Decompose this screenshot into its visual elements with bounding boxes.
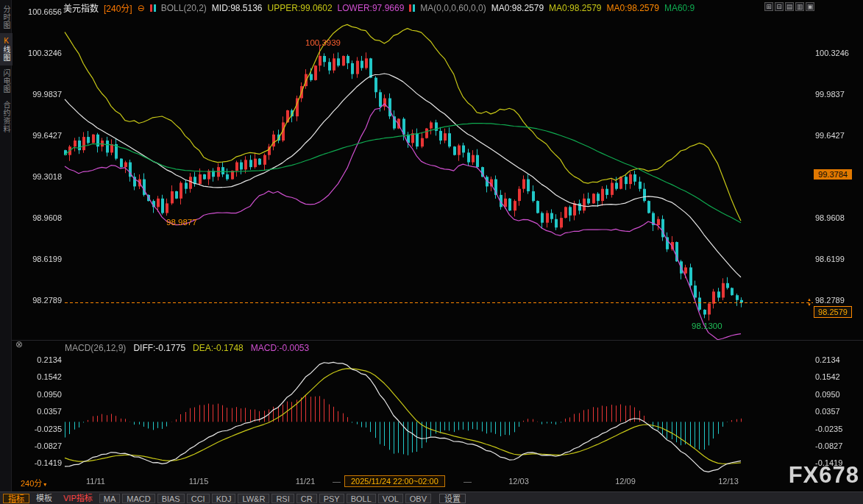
candles-icon [150,4,156,12]
boll-upper-value: UPPER:99.0602 [268,3,333,13]
price-axis-label-right: 100.3246 [815,48,862,58]
macd-axis-label-right: 0.2134 [815,355,862,365]
date-label: 12/03 [498,477,539,486]
sidebar-tab-lightning-chart[interactable]: 闪电图 [0,65,13,97]
boll-mid-value: MID:98.5136 [212,3,263,13]
price-axis-label-right: 99.9837 [815,89,862,99]
window-layout-icons: ⊞⊟▤▥▣ [764,2,814,11]
low-price-annotation-1: 98.9877 [166,218,197,227]
dropdown-arrow-icon: ▾ [43,481,46,488]
indicator-tab-cr[interactable]: CR [296,494,317,503]
settings-button[interactable]: 设置 [439,494,466,503]
macd-header: MACD(26,12,9) DIFF:-0.1775 DEA:-0.1748 M… [65,343,309,353]
range-dash-left: — [333,477,341,486]
indicator-tab-bias[interactable]: BIAS [157,494,185,503]
indicator-tab-ma[interactable]: MA [99,494,121,503]
minus-circle-icon[interactable]: ⊖ [138,3,145,13]
boll-lower-value: LOWER:97.9669 [338,3,405,13]
date-label: 12/13 [708,477,749,486]
upper-band-price-badge: 99.3784 [814,169,852,180]
boll-params-label: BOLL(20,2) [161,3,207,13]
interval-selector[interactable]: 240分▾ [21,477,46,489]
sidebar-tab-time-chart[interactable]: 分时图 [0,1,13,33]
macd-axis-label-right: -0.0827 [815,441,862,451]
price-axis-label-right: 99.6427 [815,130,862,141]
peak-price-annotation: 100.3939 [296,38,350,47]
time-axis: 240分▾ — 2025/11/24 22:00~02:00 — 11/1111… [12,475,863,490]
interval-selector-label: 240分 [21,479,42,488]
ma2-value: MA0:98.2579 [549,3,601,13]
date-label: 12/09 [605,477,646,486]
sidebar-tab-contract-info[interactable]: 合约资料 [0,97,13,137]
ma1-value: MA0:98.2579 [491,3,544,13]
macd-axis-label-right: 0.1542 [815,372,862,382]
symbol-title: 美元指数 [63,1,99,14]
macd-params-label: MACD(26,12,9) [65,343,126,353]
date-label: 11/11 [75,477,116,486]
macd-axis-label-right: -0.1419 [815,458,862,468]
ma-params-label: MA(0,0,0,60,0,0) [420,3,486,13]
low-price-annotation-2: 98.1300 [692,322,722,330]
price-down-arrow-icon: ▼ [807,302,811,307]
indicator-tab-vol[interactable]: VOL [378,494,403,503]
toolbar-tab-vip-indicators[interactable]: VIP指标 [59,494,97,503]
interval-tag[interactable]: [240分] [104,1,132,14]
ma60-value: MA60:9 [664,3,695,13]
toolbar-tab-templates[interactable]: 模板 [32,494,57,503]
list-layout-icon[interactable]: ▤ [785,2,794,11]
price-axis-label-right: 98.9608 [815,213,862,223]
macd-collapse-icon[interactable]: ⊗ [15,339,23,349]
macd-axis-label-right: 0.0950 [815,389,862,400]
indicator-tab-cci[interactable]: CCI [187,494,210,503]
single-layout-icon[interactable]: ▣ [806,2,814,11]
last-price-badge: 98.2579 [814,306,852,318]
toolbar-tab-indicators[interactable]: 指标 [3,494,29,503]
pane-divider [12,340,863,341]
sidebar-tab-kline-chart[interactable]: K线图 [0,33,13,65]
ma3-value: MA0:98.2579 [607,3,659,13]
chart-type-sidebar: 分时图K线图闪电图合约资料 [0,0,12,504]
macd-axis-label-right: 0.0357 [815,406,862,416]
bottom-toolbar: 指标模板VIP指标MAMACDBIASCCIKDJLW&RRSICRPSYBOL… [0,491,863,504]
indicator-tab-boll[interactable]: BOLL [347,494,376,503]
indicator-tab-lwr[interactable]: LW&R [238,494,269,503]
quad-layout-icon[interactable]: ⊞ [764,2,773,11]
candles-icon [409,4,415,12]
indicator-tab-psy[interactable]: PSY [319,494,344,503]
macd-macd-value: MACD:-0.0053 [251,343,309,353]
highlighted-time-range: 2025/11/24 22:00~02:00 [344,475,445,487]
horizontal-split-icon[interactable]: ⊟ [775,2,784,11]
date-label: 11/21 [285,477,326,486]
price-axis-label-right: 98.6199 [815,254,862,264]
chart-header: 美元指数 [240分] ⊖ BOLL(20,2) MID:98.5136 UPP… [63,1,695,14]
macd-axis-label-right: -0.0235 [815,424,862,434]
macd-diff-value: DIFF:-0.1775 [133,343,185,353]
indicator-tab-obv[interactable]: OBV [405,494,431,503]
indicator-tab-macd[interactable]: MACD [122,494,155,503]
column-layout-icon[interactable]: ▥ [795,2,804,11]
date-label: 11/15 [178,477,219,486]
range-dash-right: — [464,477,472,486]
candlestick-chart[interactable] [0,0,863,504]
indicator-tab-rsi[interactable]: RSI [271,494,294,503]
price-up-arrow-icon: ▲ [807,297,811,302]
indicator-tab-kdj[interactable]: KDJ [212,494,236,503]
price-axis-label-right: 98.2789 [815,295,862,305]
macd-dea-value: DEA:-0.1748 [193,343,244,353]
